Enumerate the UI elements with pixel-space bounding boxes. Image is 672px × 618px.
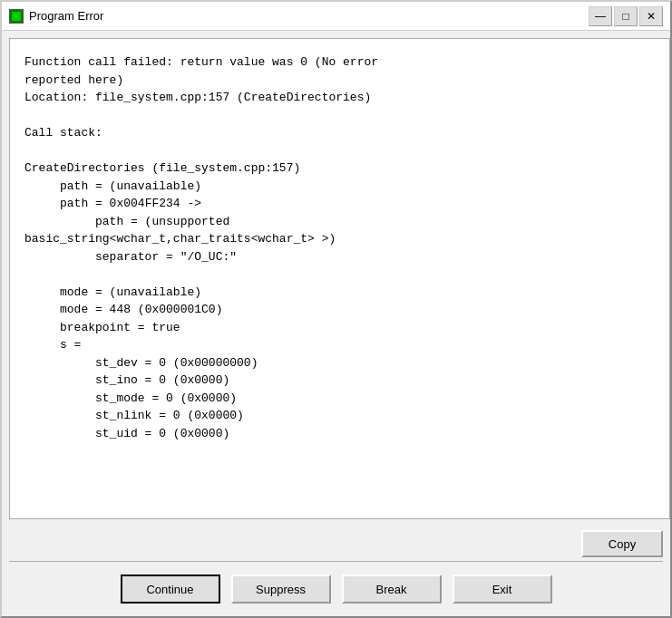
error-text-container: Function call failed: return value was 0… <box>2 31 670 526</box>
error-text: Function call failed: return value was 0… <box>24 53 658 442</box>
suppress-button[interactable]: Suppress <box>231 575 331 604</box>
title-bar-buttons: — □ ✕ <box>589 6 663 26</box>
minimize-button[interactable]: — <box>589 6 612 26</box>
break-button[interactable]: Break <box>342 575 442 604</box>
title-bar: Program Error — □ ✕ <box>2 2 670 31</box>
maximize-button[interactable]: □ <box>614 6 638 26</box>
button-bar: Continue Suppress Break Exit <box>2 562 670 616</box>
error-text-scroll[interactable]: Function call failed: return value was 0… <box>9 38 670 519</box>
content-area: Function call failed: return value was 0… <box>2 31 670 616</box>
close-button[interactable]: ✕ <box>639 6 663 26</box>
copy-area: Copy <box>2 526 670 561</box>
continue-button[interactable]: Continue <box>121 575 220 604</box>
program-error-window: Program Error — □ ✕ Function call failed… <box>0 0 672 618</box>
exit-button[interactable]: Exit <box>453 575 552 604</box>
window-icon <box>9 9 24 24</box>
window-title: Program Error <box>29 9 583 23</box>
copy-button[interactable]: Copy <box>581 530 663 557</box>
